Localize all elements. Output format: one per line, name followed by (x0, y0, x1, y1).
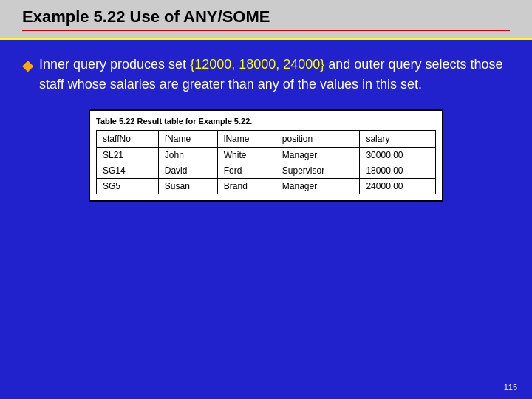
table-cell: John (158, 148, 217, 163)
table-cell: Manager (276, 179, 360, 194)
bullet-section: ◆ Inner query produces set {12000, 18000… (22, 55, 510, 95)
page-number: 115 (504, 383, 517, 392)
col-header-staffno: staffNo (97, 131, 159, 148)
bullet-highlight: {12000, 18000, 24000} (190, 57, 324, 72)
table-cell: SL21 (97, 148, 159, 163)
table-cell: David (158, 163, 217, 179)
bullet-icon: ◆ (22, 56, 33, 74)
table-caption-text: Result table for Example 5.22. (134, 117, 252, 126)
table-cell: 24000.00 (360, 179, 436, 194)
table-cell: 30000.00 (360, 148, 436, 163)
table-cell: Ford (217, 163, 276, 179)
bullet-text: Inner query produces set {12000, 18000, … (39, 55, 510, 95)
col-header-salary: salary (360, 131, 436, 148)
col-header-fname: fName (158, 131, 217, 148)
col-header-lname: lName (217, 131, 276, 148)
table-container: Table 5.22 Result table for Example 5.22… (89, 109, 443, 202)
table-row: SG14DavidFordSupervisor18000.00 (97, 163, 436, 179)
table-cell: Brand (217, 179, 276, 194)
title-underline (22, 30, 510, 31)
slide: Example 5.22 Use of ANY/SOME ◆ Inner que… (0, 0, 532, 399)
bullet-text-part1: Inner query produces set (39, 57, 190, 72)
table-row: SG5SusanBrandManager24000.00 (97, 179, 436, 194)
table-cell: Manager (276, 148, 360, 163)
slide-title: Example 5.22 Use of ANY/SOME (22, 7, 510, 27)
table-cell: White (217, 148, 276, 163)
data-table: staffNo fName lName position salary SL21… (96, 130, 436, 194)
table-caption-bold: Table 5.22 (96, 117, 134, 126)
table-cell: SG5 (97, 179, 159, 194)
table-caption: Table 5.22 Result table for Example 5.22… (96, 117, 436, 126)
table-header-row: staffNo fName lName position salary (97, 131, 436, 148)
table-row: SL21JohnWhiteManager30000.00 (97, 148, 436, 163)
table-cell: SG14 (97, 163, 159, 179)
table-cell: Supervisor (276, 163, 360, 179)
title-bar: Example 5.22 Use of ANY/SOME (0, 0, 532, 40)
col-header-position: position (276, 131, 360, 148)
table-cell: Susan (158, 179, 217, 194)
table-cell: 18000.00 (360, 163, 436, 179)
